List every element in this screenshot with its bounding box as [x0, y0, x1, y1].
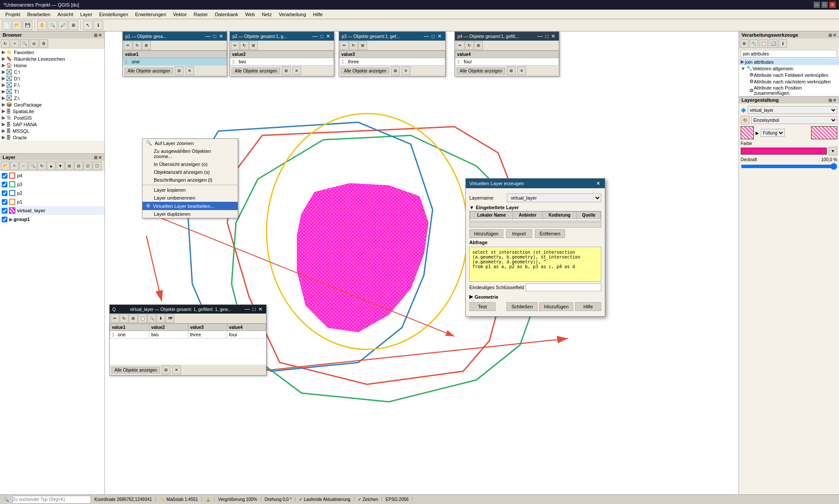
proc-item-naechstem[interactable]: ⚙ Attribute nach nächstem verknüpfen — [739, 78, 839, 85]
layer-item-group1[interactable]: ▶ group1 — [0, 215, 104, 224]
p1-footer-btn2[interactable]: ⊞ — [175, 66, 184, 75]
proc-tb4[interactable]: 🔄 — [769, 39, 777, 48]
layer-close-btn[interactable]: ✕ — [98, 155, 102, 160]
p3-toolbar-btn2[interactable]: ↻ — [349, 41, 358, 50]
map-area[interactable]: p1 — Objekte gesa... — □ ✕ ✏ ↻ ⊞ value1 … — [105, 31, 738, 497]
query-area[interactable]: select st_intersection (st_intersection … — [469, 247, 601, 282]
browser-item-c[interactable]: ▶💽C:\ — [0, 69, 104, 75]
proc-tb3[interactable]: 📋 — [759, 39, 768, 48]
p2-window-close[interactable]: ✕ — [325, 34, 331, 39]
p4-window-minimize[interactable]: — — [537, 34, 544, 39]
proc-item-join[interactable]: ▶ join attributes — [739, 59, 839, 65]
ctx-zoom-selected[interactable]: Zu ausgewählten Objekten zoome... — [142, 147, 238, 160]
proc-tb2[interactable]: 🔧 — [749, 39, 758, 48]
layer-item-virtual[interactable]: virtual_layer — [0, 206, 104, 215]
p4-window-maximize[interactable]: □ — [544, 34, 549, 39]
layer-select[interactable]: virtual_layer — [748, 106, 837, 114]
p1-window-minimize[interactable]: — — [205, 34, 211, 39]
layer-remove-btn[interactable]: − — [19, 162, 28, 170]
layer-refresh-btn[interactable]: ↻ — [38, 162, 46, 170]
p1-footer-btn3[interactable]: ✕ — [185, 66, 194, 75]
select-btn[interactable]: ↖ — [83, 21, 93, 30]
p2-toolbar-btn1[interactable]: ✏ — [231, 41, 239, 50]
p4-window-close[interactable]: ✕ — [550, 34, 556, 39]
search-input[interactable] — [12, 496, 91, 504]
menu-netz[interactable]: Netz — [258, 11, 275, 18]
browser-float-btn[interactable]: ⊞ — [94, 33, 97, 38]
p1-show-all-btn[interactable]: Alle Objekte anzeigen — [125, 68, 173, 74]
p1-toolbar-btn3[interactable]: ⊞ — [142, 41, 151, 50]
color-preview[interactable] — [741, 148, 827, 155]
p4-toolbar-btn1[interactable]: ✏ — [456, 41, 465, 50]
menu-hilfe[interactable]: Hilfe — [309, 11, 326, 18]
minimize-button[interactable]: — — [814, 2, 820, 8]
layer-p1-checkbox[interactable] — [2, 199, 7, 205]
vl-dialog-close[interactable]: ✕ — [595, 181, 601, 186]
virtual-window-minimize[interactable]: — — [244, 307, 251, 312]
browser-item-t[interactable]: ▶💽T:\ — [0, 88, 104, 95]
p1-window-maximize[interactable]: □ — [212, 34, 217, 39]
menu-raster[interactable]: Raster — [190, 11, 211, 18]
virt-footer-btn2[interactable]: ⊞ — [162, 366, 170, 374]
p4-footer-btn2[interactable]: ⊞ — [507, 66, 516, 75]
zoom-full-btn[interactable]: ⊞ — [69, 21, 78, 30]
p1-toolbar-btn1[interactable]: ✏ — [124, 41, 132, 50]
styling-close-btn[interactable]: ✕ — [833, 98, 836, 103]
menu-projekt[interactable]: Projekt — [2, 11, 24, 18]
browser-item-z[interactable]: ▶💽Z:\ — [0, 95, 104, 101]
browser-item-oracle[interactable]: ▶🗄Oracle — [0, 134, 104, 141]
proc-tb1[interactable]: ⚙ — [740, 39, 749, 48]
layer-checkbox-btn[interactable]: ☑ — [83, 162, 92, 170]
menu-layer[interactable]: Layer — [77, 11, 96, 18]
layer-item-p4[interactable]: p4 — [0, 171, 104, 180]
virt-tb6[interactable]: ⬇ — [156, 314, 165, 323]
proc-item-vektor[interactable]: ▼ 🔧 Vektoren allgemein — [739, 65, 839, 72]
p3-window-close[interactable]: ✕ — [437, 34, 443, 39]
embedded-layers-section[interactable]: ▼ Eingebettete Layer — [469, 205, 601, 210]
schluessel-input[interactable] — [526, 283, 601, 291]
virtual-window-maximize[interactable]: □ — [252, 307, 257, 312]
ctx-rename-layer[interactable]: Layer umbenennen — [142, 194, 238, 202]
proc-item-position[interactable]: ⚙ Attribute nach Position zusammenfügen — [739, 85, 839, 96]
browser-close-btn[interactable]: ✕ — [98, 33, 102, 38]
p3-window-maximize[interactable]: □ — [431, 34, 436, 39]
p3-window-minimize[interactable]: — — [423, 34, 430, 39]
ctx-duplicate-layer[interactable]: Layer duplizieren — [142, 210, 238, 218]
pan-btn[interactable]: ✋ — [37, 21, 47, 30]
vl-test-btn[interactable]: Test — [469, 302, 496, 311]
p4-show-all-btn[interactable]: Alle Objekte anzeigen — [457, 68, 505, 74]
vl-import-btn[interactable]: Import — [506, 229, 532, 238]
layer-open-btn[interactable]: 📂 — [1, 162, 10, 170]
p1-window-close[interactable]: ✕ — [218, 34, 224, 39]
zoom-in-btn[interactable]: 🔍 — [48, 21, 57, 30]
browser-item-mssql[interactable]: ▶🗄MSSQL — [0, 128, 104, 134]
processing-close-btn[interactable]: ✕ — [833, 33, 836, 38]
virt-tb4[interactable]: 📋 — [138, 314, 147, 323]
browser-item-postgis[interactable]: ▶🐘PostGIS — [0, 114, 104, 121]
menu-bearbeiten[interactable]: Bearbeiten — [24, 11, 54, 18]
ctx-edit-virtual[interactable]: ⚙ Virtuellen Layer bearbeiten... — [142, 202, 238, 210]
ctx-labels[interactable]: Beschriftungen anzeigen (l) — [142, 176, 238, 184]
browser-refresh-btn[interactable]: ↻ — [1, 39, 10, 48]
layer-expand-btn[interactable]: ⊞ — [65, 162, 74, 170]
menu-web[interactable]: Web — [242, 11, 258, 18]
p2-window-minimize[interactable]: — — [312, 34, 319, 39]
p4-footer-btn3[interactable]: ✕ — [517, 66, 526, 75]
virt-show-all-btn[interactable]: Alle Objekte anzeigen — [111, 367, 160, 373]
geometrie-section[interactable]: ▶ Geometrie — [469, 294, 601, 300]
vl-layername-input[interactable]: virtual_layer — [507, 193, 601, 202]
vl-add-btn[interactable]: Hinzufügen — [539, 302, 573, 311]
proc-item-feldwert[interactable]: ⚙ Attribute nach Feldwert verknüpfen — [739, 72, 839, 78]
layer-uncheck-btn[interactable]: ☐ — [93, 162, 101, 170]
menu-ansicht[interactable]: Ansicht — [54, 11, 76, 18]
save-project-btn[interactable]: 💾 — [23, 21, 32, 30]
virtual-window-close[interactable]: ✕ — [257, 307, 263, 312]
menu-einstellungen[interactable]: Einstellungen — [96, 11, 132, 18]
p3-toolbar-btn1[interactable]: ✏ — [340, 41, 349, 50]
virt-tb7[interactable]: 🗺 — [166, 314, 174, 323]
close-button[interactable]: ✕ — [829, 2, 836, 8]
virt-tb3[interactable]: ⊞ — [129, 314, 138, 323]
browser-item-bookmarks[interactable]: ▶🔖Räumliche Lesezeichen — [0, 55, 104, 62]
ctx-show-overview[interactable]: In Übersicht anzeigen (o) — [142, 160, 238, 168]
vl-hinzufuegen-btn[interactable]: Hinzufügen — [469, 229, 503, 238]
